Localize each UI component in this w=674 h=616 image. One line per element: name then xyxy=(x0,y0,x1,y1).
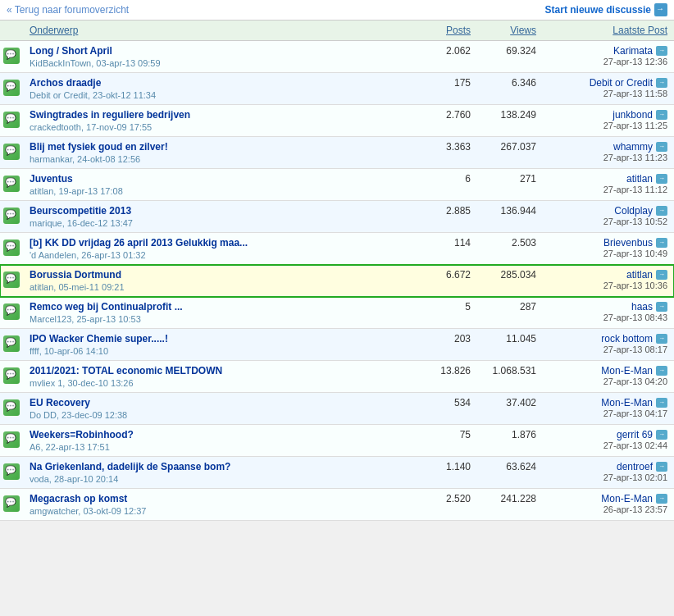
row-icon-cell xyxy=(0,73,23,105)
topic-title[interactable]: Archos draadje xyxy=(30,77,101,89)
last-post-user[interactable]: junkbond xyxy=(613,109,653,121)
topic-title[interactable]: EU Recovery xyxy=(30,397,90,408)
topic-cell: Remco weg bij Continualprofit ...Marcel1… xyxy=(23,297,412,329)
last-post-user[interactable]: Debit or Credit xyxy=(590,77,653,89)
topic-icon xyxy=(3,271,20,288)
posts-cell: 1.140 xyxy=(412,457,477,489)
last-post-user[interactable]: dentroef xyxy=(617,461,653,472)
last-post-user[interactable]: Brievenbus xyxy=(603,237,653,249)
last-post-icon xyxy=(656,334,667,344)
row-icon-cell xyxy=(0,425,23,457)
topic-title[interactable]: Weekers=Robinhood? xyxy=(30,429,134,440)
topic-title[interactable]: 2011/2021: TOTAL economic MELTDOWN xyxy=(30,365,222,376)
last-post-cell: Mon-E-Man27-apr-13 04:20 xyxy=(543,361,674,393)
topic-meta: voda, 28-apr-10 20:14 xyxy=(30,474,405,484)
topic-title[interactable]: [b] KK DD vrijdag 26 april 2013 Gelukkig… xyxy=(30,237,248,249)
last-post-cell: Karimata27-apr-13 12:36 xyxy=(543,41,674,73)
row-icon-cell xyxy=(0,137,23,169)
new-discussion-icon xyxy=(654,3,667,16)
topic-cell: IPO Wacker Chemie super.....!ffff, 10-ap… xyxy=(23,329,412,361)
topic-title[interactable]: Megacrash op komst xyxy=(30,493,127,504)
last-post-icon xyxy=(656,110,667,120)
topic-icon xyxy=(3,495,20,512)
topic-meta: marique, 16-dec-12 13:47 xyxy=(30,218,405,228)
topic-icon xyxy=(3,112,20,128)
last-post-date: 27-apr-13 10:49 xyxy=(549,249,667,258)
posts-cell: 534 xyxy=(412,393,477,425)
th-views[interactable]: Views xyxy=(477,21,543,41)
topic-cell: Na Griekenland, dadelijk de Spaanse bom?… xyxy=(23,457,412,489)
last-post-date: 27-apr-13 08:43 xyxy=(549,313,667,322)
table-row: EU RecoveryDo DD, 23-dec-09 12:3853437.4… xyxy=(0,393,674,425)
topic-cell: Long / Short AprilKidBackInTown, 03-apr-… xyxy=(23,41,412,73)
last-post-cell: Brievenbus27-apr-13 10:49 xyxy=(543,233,674,265)
topic-title[interactable]: Beurscompetitie 2013 xyxy=(30,205,131,217)
topic-icon xyxy=(3,240,20,256)
last-post-cell: gerrit 6927-apr-13 02:44 xyxy=(543,425,674,457)
last-post-user[interactable]: gerrit 69 xyxy=(617,429,653,440)
last-post-icon xyxy=(656,142,667,152)
last-post-user[interactable]: atitlan xyxy=(626,269,653,281)
posts-cell: 13.826 xyxy=(412,361,477,393)
posts-cell: 6.672 xyxy=(412,265,477,297)
topic-title[interactable]: Remco weg bij Continualprofit ... xyxy=(30,301,183,313)
last-post-icon xyxy=(656,430,667,440)
posts-cell: 3.363 xyxy=(412,137,477,169)
last-post-user[interactable]: whammy xyxy=(613,141,653,153)
topic-title[interactable]: IPO Wacker Chemie super.....! xyxy=(30,333,168,345)
last-post-icon xyxy=(656,174,667,184)
posts-cell: 2.885 xyxy=(412,201,477,233)
views-cell: 63.624 xyxy=(477,457,543,489)
last-post-user[interactable]: Mon-E-Man xyxy=(601,493,653,504)
th-posts[interactable]: Posts xyxy=(412,21,477,41)
topic-cell: Borussia Dortmundatitlan, 05-mei-11 09:2… xyxy=(23,265,412,297)
topic-title[interactable]: Swingtrades in reguliere bedrijven xyxy=(30,109,190,121)
last-post-user[interactable]: Coldplay xyxy=(614,205,653,217)
last-post-user[interactable]: rock bottom xyxy=(601,333,653,345)
last-post-user[interactable]: Mon-E-Man xyxy=(601,397,653,408)
topic-icon xyxy=(3,463,20,480)
last-post-date: 27-apr-13 04:17 xyxy=(549,408,667,418)
last-post-date: 27-apr-13 04:20 xyxy=(549,376,667,386)
back-link[interactable]: Terug naar forumoverzicht xyxy=(7,4,129,16)
views-cell: 138.249 xyxy=(477,105,543,137)
topic-title[interactable]: Na Griekenland, dadelijk de Spaanse bom? xyxy=(30,461,230,472)
topic-meta: mvliex 1, 30-dec-10 13:26 xyxy=(30,378,405,388)
last-post-date: 26-apr-13 23:57 xyxy=(549,504,667,514)
topic-meta: A6, 22-apr-13 17:51 xyxy=(30,442,405,452)
last-post-date: 27-apr-13 11:12 xyxy=(549,185,667,194)
row-icon-cell xyxy=(0,201,23,233)
th-subject[interactable]: Onderwerp xyxy=(23,21,412,41)
topic-meta: Marcel123, 25-apr-13 10:53 xyxy=(30,314,405,324)
last-post-cell: Coldplay27-apr-13 10:52 xyxy=(543,201,674,233)
topic-meta: amgwatcher, 03-okt-09 12:37 xyxy=(30,506,405,516)
last-post-user[interactable]: Karimata xyxy=(613,45,653,57)
last-post-cell: whammy27-apr-13 11:23 xyxy=(543,137,674,169)
row-icon-cell xyxy=(0,393,23,425)
last-post-cell: Mon-E-Man27-apr-13 04:17 xyxy=(543,393,674,425)
last-post-cell: Mon-E-Man26-apr-13 23:57 xyxy=(543,489,674,521)
topic-title[interactable]: Long / Short April xyxy=(30,45,112,57)
topic-cell: Weekers=Robinhood?A6, 22-apr-13 17:51 xyxy=(23,425,412,457)
last-post-user[interactable]: Mon-E-Man xyxy=(601,365,653,376)
topic-title[interactable]: Blij met fysiek goud en zilver! xyxy=(30,141,168,153)
last-post-user[interactable]: atitlan xyxy=(626,173,653,185)
new-discussion-button[interactable]: Start nieuwe discussie xyxy=(545,3,667,16)
th-last-post[interactable]: Laatste Post xyxy=(543,21,674,41)
table-row: Remco weg bij Continualprofit ...Marcel1… xyxy=(0,297,674,329)
topic-title[interactable]: Borussia Dortmund xyxy=(30,269,121,281)
table-header-row: Onderwerp Posts Views Laatste Post xyxy=(0,21,674,41)
row-icon-cell xyxy=(0,41,23,73)
last-post-user[interactable]: haas xyxy=(631,301,653,313)
views-cell: 241.228 xyxy=(477,489,543,521)
topic-meta: atitlan, 19-apr-13 17:08 xyxy=(30,186,405,196)
last-post-date: 27-apr-13 08:17 xyxy=(549,345,667,354)
topic-cell: Swingtrades in reguliere bedrijvencracke… xyxy=(23,105,412,137)
row-icon-cell xyxy=(0,489,23,521)
topic-title[interactable]: Juventus xyxy=(30,173,73,185)
last-post-date: 27-apr-13 12:36 xyxy=(549,57,667,66)
topic-meta: Do DD, 23-dec-09 12:38 xyxy=(30,410,405,420)
last-post-date: 27-apr-13 02:01 xyxy=(549,472,667,482)
last-post-cell: haas27-apr-13 08:43 xyxy=(543,297,674,329)
views-cell: 1.876 xyxy=(477,425,543,457)
